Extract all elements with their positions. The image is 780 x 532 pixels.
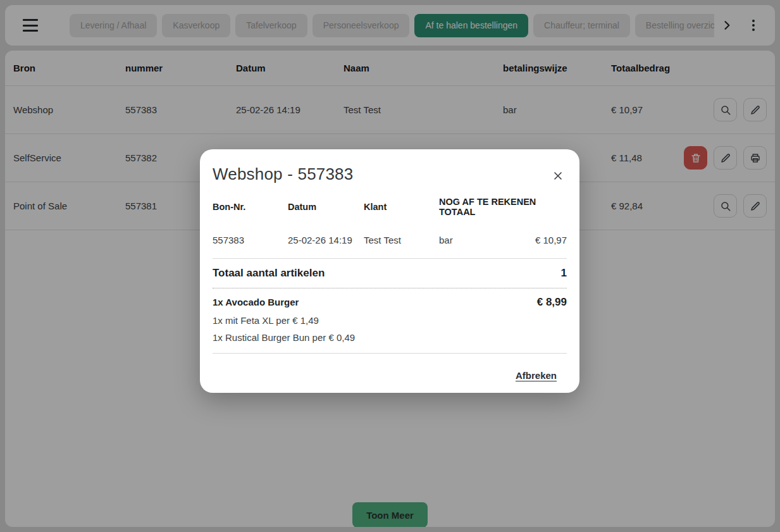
modal-title: Webshop - 557383 [213, 164, 353, 184]
modal-titlebar: Webshop - 557383 [213, 164, 567, 187]
cancel-button[interactable]: Afbreken [516, 370, 557, 381]
order-items: 1x Avocado Burger € 8,99 1x mit Feta XL … [213, 288, 567, 343]
modal-col-totaal: NOG AF TE REKENEN TOTAAL [439, 197, 567, 217]
modal-col-klant: Klant [364, 202, 439, 212]
total-items-label: Totaal aantal artikelen [213, 267, 325, 280]
item-name: 1x Avocado Burger [213, 297, 299, 307]
modal-table-header: Bon-Nr. Datum Klant NOG AF TE REKENEN TO… [213, 197, 567, 217]
modal-cell-datum: 25-02-26 14:19 [288, 235, 364, 245]
modal-cell-klant: Test Test [364, 235, 439, 245]
order-detail-modal: Webshop - 557383 Bon-Nr. Datum Klant NOG… [200, 149, 579, 393]
modal-cell-betaling: bar [439, 235, 535, 245]
total-items-row: Totaal aantal artikelen 1 [213, 259, 567, 288]
total-items-value: 1 [561, 267, 567, 280]
item-option: 1x mit Feta XL per € 1,49 [213, 315, 567, 326]
order-item: 1x Avocado Burger € 8,99 [213, 296, 567, 309]
modal-cell-bon: 557383 [213, 235, 288, 245]
divider [213, 353, 567, 354]
close-button[interactable] [549, 167, 567, 187]
modal-col-datum: Datum [288, 202, 364, 212]
close-icon [552, 170, 564, 182]
item-option: 1x Rustical Burger Bun per € 0,49 [213, 332, 567, 343]
item-price: € 8,99 [537, 296, 567, 309]
modal-order-row: 557383 25-02-26 14:19 Test Test bar € 10… [213, 235, 567, 245]
modal-cell-bedrag: € 10,97 [535, 235, 567, 245]
modal-col-bon: Bon-Nr. [213, 202, 288, 212]
